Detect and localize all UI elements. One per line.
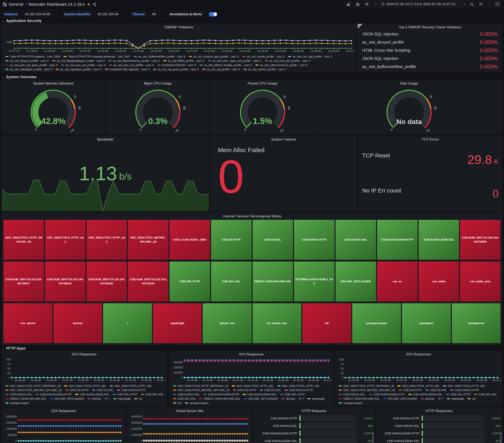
legend-item[interactable]: ADV_ANALYTICS_HTTP_LB1 <box>232 384 274 388</box>
panel-title[interactable]: System Memory Allocated <box>3 81 103 86</box>
system-identifier-variable-select[interactable]: 10.102.154.54⌄ <box>95 11 125 18</box>
legend-item[interactable]: as_viol_fldconsistency_profileLast: 0 <box>108 59 160 63</box>
legend-item[interactable]: as_viol_bufferoverflow_profileLast: 0 <box>134 54 185 59</box>
legend-item[interactable]: l <box>105 397 110 401</box>
legend-item[interactable]: as_viol_signature_profileLast: 0 <box>56 67 101 71</box>
panel-title[interactable]: Virtual Server Hits <box>129 409 250 414</box>
legend-item[interactable]: COE-ES-SSL <box>92 388 113 392</box>
legend-item[interactable]: Total HTTP/HTTPS requests protectedLast:… <box>64 54 130 59</box>
panel-title[interactable]: HTTP Responses <box>378 409 501 414</box>
legend-item[interactable]: Combined OWASPLast: 0 <box>158 63 196 67</box>
legend-item[interactable]: as_viol_sql_profileLast: 0 <box>202 67 240 71</box>
legend-item[interactable]: syslogencryptor <box>5 401 29 405</box>
legend-item[interactable]: as_viol_fldfmt_profileLast: 0 <box>163 59 204 63</box>
legend-item[interactable]: COE-KAFKAJSON-HTTP <box>203 392 239 397</box>
panel-title[interactable]: 4XX Responses <box>171 352 331 357</box>
legend-item[interactable]: COE-KAFKA-HTTP <box>450 388 479 392</box>
legend-item[interactable]: ADV_ANALYTICS_METRIC_SPLUNK_LB <box>339 388 395 392</box>
legend-item[interactable]: l <box>299 397 304 401</box>
panel-title[interactable]: System Failures <box>212 137 355 142</box>
add-panel-button[interactable] <box>345 0 352 8</box>
legend-item[interactable]: COE-SPL-HTTP <box>280 392 305 397</box>
legend-item[interactable]: COE-KAFKAJSON-SSL <box>75 392 109 397</box>
legend-item[interactable]: SPLUNK_OFFLOADER <box>244 397 278 401</box>
panel-title[interactable]: 3XX Responses <box>337 352 501 357</box>
apps-grid-icon[interactable] <box>3 2 7 6</box>
legend-item[interactable]: dummy <box>421 397 434 401</box>
panel-title[interactable]: Packet CPU Usage <box>213 81 312 86</box>
legend-item[interactable]: COE-SPL-SSL <box>141 392 163 397</box>
legend-item[interactable]: as_viol_referer_header_profileLast: 0 <box>199 63 252 67</box>
zoom-out-button[interactable] <box>468 0 476 8</box>
legend-item[interactable]: as_viol_json_sql_gram_profileLast: 0 <box>5 63 57 67</box>
legend-item[interactable]: as_viol_json_sql_profileLast: 0 <box>61 63 105 67</box>
legend-item[interactable]: ADV_ANALYTICS_METRIC_SPLUNK_LB <box>5 388 62 392</box>
save-dashboard-button[interactable] <box>354 0 361 8</box>
panel-title[interactable]: TCP Errors <box>360 137 501 142</box>
refresh-interval-dropdown[interactable]: ⌄ <box>485 0 492 8</box>
legend-item[interactable]: DIRECT-JSON-SPLUNK-SSL <box>199 397 240 401</box>
panel-title[interactable]: Bandwidth <box>2 137 209 142</box>
legend-item[interactable]: as_viol_starturl_profileLast: 0 <box>244 67 286 71</box>
scrollbar[interactable] <box>500 432 502 443</box>
panel-title[interactable]: Vserver/ Service/ Servicegroup Status <box>3 214 501 219</box>
legend-item[interactable]: as_viol_cookie_profileLast: 0 <box>242 54 284 59</box>
legend-item[interactable]: DIRECT-JSON-SPLUNK-SSL <box>339 397 380 401</box>
legend-item[interactable]: ADV_ANALYTICS_HTTP_LB2 <box>277 384 319 388</box>
legend-item[interactable]: syslogencryptor <box>339 401 363 405</box>
legend-item[interactable]: COE-SPL-SSL <box>173 397 196 401</box>
legend-item[interactable]: COE-SPL-HTTP <box>446 392 471 397</box>
legend-item[interactable]: mgmtloglb <box>447 397 464 401</box>
legend-item[interactable]: COE-ES-HTTP <box>233 388 256 392</box>
section-application-security[interactable]: ⌄ Application Security <box>2 19 42 23</box>
legend-item[interactable]: st2 <box>468 397 476 401</box>
favorite-star-icon[interactable]: ★ <box>87 2 91 7</box>
legend-item[interactable]: as_viol_content_type_profileLast: 0 <box>189 54 239 59</box>
legend-item[interactable]: ADV_ANALYTICS_HTTP_GRAFANA_LB <box>339 384 394 388</box>
legend-item[interactable]: COE-SPL-SSL <box>474 392 497 397</box>
legend-item[interactable]: COE-KAFKAJSON-HTTP <box>36 392 72 397</box>
legend-item[interactable]: COE-ES-SSL <box>260 388 281 392</box>
panel-title[interactable]: Top 5 OWASP Security Check Violations <box>359 25 501 30</box>
legend-item[interactable]: COE-KAFKA-SSL <box>339 392 365 397</box>
legend-item[interactable]: COE-KAFKAJSON-SSL <box>409 392 442 397</box>
legend-item[interactable]: dummy <box>88 397 101 401</box>
refresh-button[interactable]: ⟳ <box>477 0 485 8</box>
panel-title[interactable]: 2XX Responses <box>3 409 124 414</box>
legend-item[interactable]: st2 <box>173 401 181 405</box>
panel-info-corner[interactable]: i <box>358 24 363 29</box>
legend-item[interactable]: SPLUNK_OFFLOADER <box>50 397 84 401</box>
legend-item[interactable]: as_viol_fileuploadtypes_profileLast: 0 <box>52 59 105 63</box>
legend-item[interactable]: l <box>438 397 443 401</box>
legend-item[interactable]: as_viol_json_dos_profileLast: 0 <box>265 59 310 63</box>
panel-title[interactable]: OWASP Violations <box>3 25 354 30</box>
kiosk-tv-button[interactable] <box>493 0 501 8</box>
scrollbar[interactable] <box>372 432 374 443</box>
panel-title[interactable]: HTTP Requests <box>255 409 373 414</box>
legend-item[interactable]: COE-KAFKAJSON-SSL <box>243 392 277 397</box>
legend-item[interactable]: ADV_ANALYTICS_HTTP_LB2 <box>110 384 152 388</box>
share-icon[interactable] <box>92 2 96 6</box>
legend-item[interactable]: COE-KAFKA-SSL <box>5 392 32 397</box>
legend-item[interactable]: mgmtloglb <box>113 397 131 401</box>
legend-item[interactable]: as_viol_infer_ctype_xml_profileLast: 0 <box>208 59 261 63</box>
legend-item[interactable]: COE-KAFKA-HTTP <box>285 388 313 392</box>
section-system-overview[interactable]: ⌄ System Overview <box>2 75 36 79</box>
legend-item[interactable]: ADV_ANALYTICS_HTTP_LB2 <box>443 384 485 388</box>
breadcrumb-folder[interactable]: General <box>9 2 23 7</box>
legend-item[interactable]: ADV_ANALYTICS_HTTP_LB1 <box>397 384 439 388</box>
panel-title[interactable]: Mgmt CPU Usage <box>108 81 208 86</box>
legend-item[interactable]: dummy <box>282 397 295 401</box>
legend-item[interactable]: as_viol_denyurl_profileLast: 0 <box>5 59 49 63</box>
legend-item[interactable]: COE-ES-SSL <box>426 388 447 392</box>
legend-item[interactable]: mgmtloglb <box>307 397 324 401</box>
legend-item[interactable]: COE-KAFKA-HTTP <box>117 388 145 392</box>
vserver-variable-select[interactable]: All⌄ <box>149 11 162 18</box>
legend-item[interactable]: COE-ES-HTTP <box>65 388 89 392</box>
legend-item[interactable]: COE-KAFKA-SSL <box>173 392 200 397</box>
legend-item[interactable]: COE-ES-HTTP <box>399 388 422 392</box>
legend-item[interactable]: as_viol_csrf_tag_profileLast: 0 <box>288 54 332 59</box>
legend-item[interactable]: as_viol_safecommerce_profileLast: 0 <box>255 63 308 67</box>
legend-item[interactable]: as_viol_safeobject_profileLast: 0 <box>5 67 52 71</box>
legend-item[interactable]: ADV_ANALYTICS_HTTP_GRAFANA_LB <box>5 384 60 388</box>
